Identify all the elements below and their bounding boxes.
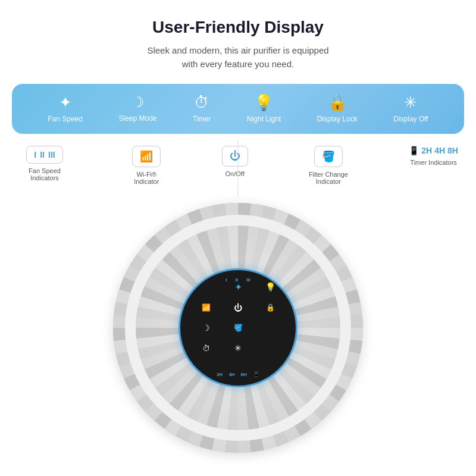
power-label: On/Off xyxy=(225,170,244,177)
wifi-label: Wi-Fi® Indicator xyxy=(134,171,159,185)
top-ind-3: III xyxy=(246,277,250,283)
bot-8h: 8H xyxy=(241,372,247,377)
timer-8h: 8H xyxy=(447,146,458,155)
panel-label-sleep-mode: Sleep Mode xyxy=(118,114,156,123)
indicators-row: I II III Fan Speed Indicators 📶 Wi-Fi® I… xyxy=(12,146,464,185)
power-icon: ⏻ xyxy=(230,150,240,162)
bar-3-icon: III xyxy=(48,150,55,159)
bar-1-icon: I xyxy=(34,150,36,159)
power-indicator-group: ⏻ On/Off xyxy=(222,146,248,177)
filter-icon: 🪣 xyxy=(322,150,335,163)
ctrl-empty-2 xyxy=(255,318,286,337)
panel-label-timer: Timer xyxy=(193,115,211,123)
panel-item-display-lock[interactable]: 🔒 Display Lock xyxy=(317,95,358,123)
timer-label: Timer Indicators xyxy=(410,159,456,166)
fan-speed-indicators-group: I II III Fan Speed Indicators xyxy=(18,146,71,181)
ctrl-lock-icon[interactable]: 🔒 xyxy=(255,298,286,317)
fan-outer: I II III ✦ 💡 📶 ⏻ 🔒 ☽ 🪣 xyxy=(113,203,363,453)
page-wrapper: User-Friendly Display Sleek and modern, … xyxy=(0,0,476,476)
bot-4h: 4H xyxy=(228,372,234,377)
timer-indicator-group: 📱 2H 4H 8H Timer Indicators xyxy=(409,146,458,166)
phone-icon: 📱 xyxy=(409,146,419,155)
bar-2-icon: II xyxy=(40,150,45,159)
panel-item-sleep-mode[interactable]: ☽ Sleep Mode xyxy=(118,95,156,123)
wifi-indicator-icon: 📶 xyxy=(132,146,161,167)
timer-2h: 2H xyxy=(421,146,432,155)
panel-item-fan-speed[interactable]: ✦ Fan Speed xyxy=(48,95,83,123)
wifi-icon: 📶 xyxy=(140,150,153,163)
panel-item-night-light[interactable]: 💡 Night Light xyxy=(247,95,281,123)
top-ind-1: I xyxy=(226,277,227,283)
filter-label: Filter Change Indicator xyxy=(309,171,348,185)
timer-icon: ⏱ xyxy=(194,95,209,110)
bot-phone-icon: 📱 xyxy=(253,371,259,377)
bottom-timer-indicators: 2H 4H 8H 📱 xyxy=(217,371,259,377)
filter-indicator-icon: 🪣 xyxy=(314,146,343,167)
ctrl-empty-1 xyxy=(190,277,221,296)
top-ind-2: II xyxy=(236,277,238,283)
panel-item-display-off[interactable]: ✳ Display Off xyxy=(393,95,428,123)
panel-label-display-lock: Display Lock xyxy=(317,115,358,123)
ctrl-display-off-icon[interactable]: ✳ xyxy=(223,339,253,358)
page-subtitle: Sleek and modern, this air purifier is e… xyxy=(147,44,328,71)
sleep-mode-icon: ☽ xyxy=(131,95,145,109)
panel-label-display-off: Display Off xyxy=(393,115,428,123)
panel-item-timer[interactable]: ⏱ Timer xyxy=(193,95,211,123)
fan-control-panel: I II III ✦ 💡 📶 ⏻ 🔒 ☽ 🪣 xyxy=(178,268,298,387)
display-off-icon: ✳ xyxy=(404,95,417,110)
display-lock-icon: 🔒 xyxy=(328,95,347,110)
ctrl-wifi-icon[interactable]: 📶 xyxy=(190,298,221,317)
power-indicator-icon: ⏻ xyxy=(222,146,248,167)
page-title: User-Friendly Display xyxy=(152,18,324,37)
panel-label-night-light: Night Light xyxy=(247,115,281,123)
timer-indicator-icons: 📱 2H 4H 8H xyxy=(409,146,458,155)
fan-speed-icon: ✦ xyxy=(59,95,72,110)
ctrl-timer-icon[interactable]: ⏱ xyxy=(190,339,221,358)
top-speed-indicators: I II III xyxy=(226,277,250,283)
night-light-icon: 💡 xyxy=(254,95,273,110)
ctrl-empty-3 xyxy=(255,339,286,358)
ctrl-sleep-icon[interactable]: ☽ xyxy=(190,318,221,337)
control-grid: ✦ 💡 📶 ⏻ 🔒 ☽ 🪣 ⏱ ✳ xyxy=(190,277,286,378)
feature-panel: ✦ Fan Speed ☽ Sleep Mode ⏱ Timer 💡 Night… xyxy=(12,84,464,134)
wifi-indicator-group: 📶 Wi-Fi® Indicator xyxy=(132,146,161,185)
ctrl-power-icon[interactable]: ⏻ xyxy=(223,298,253,317)
bot-2h: 2H xyxy=(217,372,223,377)
ctrl-light-icon[interactable]: 💡 xyxy=(255,277,286,296)
filter-indicator-group: 🪣 Filter Change Indicator xyxy=(309,146,348,185)
timer-4h: 4H xyxy=(434,146,445,155)
fan-container: I II III ✦ 💡 📶 ⏻ 🔒 ☽ 🪣 xyxy=(12,203,464,453)
ctrl-filter-icon[interactable]: 🪣 xyxy=(223,318,253,337)
fan-speed-indicator-icons: I II III xyxy=(26,146,62,164)
fan-speed-label: Fan Speed Indicators xyxy=(18,167,71,181)
panel-label-fan-speed: Fan Speed xyxy=(48,115,83,123)
